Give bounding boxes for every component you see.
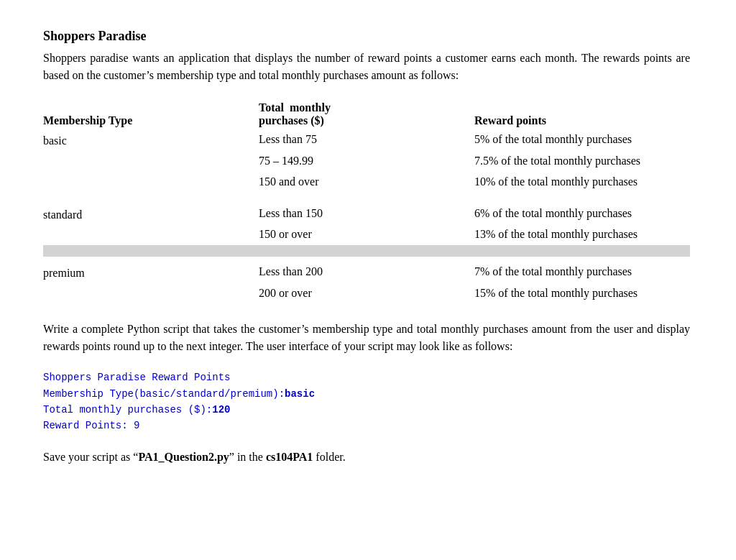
membership-standard: standard (43, 203, 259, 245)
purchase-range: 150 or over (259, 224, 474, 245)
reward-value: 6% of the total monthly purchases (474, 203, 690, 224)
code-input-purchases: 120 (212, 404, 230, 416)
reward-value: 10% of the total monthly purchases (474, 171, 690, 193)
save-folder: cs104PA1 (266, 451, 313, 463)
col-header-rewards: Reward points (474, 101, 690, 129)
page-title: Shoppers Paradise (43, 29, 690, 44)
page-content: Shoppers Paradise Shoppers paradise want… (43, 29, 690, 466)
code-line-4: Reward Points: 9 (43, 418, 690, 433)
table-row: standard Less than 150 6% of the total m… (43, 203, 690, 224)
col-header-membership: Membership Type (43, 101, 259, 129)
reward-value: 13% of the total monthly purchases (474, 224, 690, 245)
spacer-row (43, 193, 690, 203)
reward-table: Membership Type Total monthlypurchases (… (43, 101, 690, 303)
highlight-row (43, 245, 690, 257)
col-header-purchases: Total monthlypurchases ($) (259, 101, 474, 129)
save-filename: PA1_Question2.py (138, 451, 229, 463)
code-line-3: Total monthly purchases ($):120 (43, 402, 690, 418)
membership-premium: premium (43, 261, 259, 303)
intro-paragraph: Shoppers paradise wants an application t… (43, 50, 690, 84)
purchase-range: 200 or over (259, 283, 474, 304)
code-line-2: Membership Type(basic/standard/premium):… (43, 386, 690, 402)
table-row: basic Less than 75 5% of the total month… (43, 129, 690, 150)
table-row: premium Less than 200 7% of the total mo… (43, 261, 690, 283)
save-paragraph: Save your script as “PA1_Question2.py” i… (43, 449, 690, 466)
purchase-range: 150 and over (259, 171, 474, 193)
purchase-range: Less than 150 (259, 203, 474, 224)
reward-value: 7.5% of the total monthly purchases (474, 150, 690, 172)
purchase-range: 75 – 149.99 (259, 150, 474, 172)
reward-value: 5% of the total monthly purchases (474, 129, 690, 150)
membership-basic: basic (43, 129, 259, 193)
bottom-paragraph: Write a complete Python script that take… (43, 321, 690, 355)
reward-value: 15% of the total monthly purchases (474, 283, 690, 304)
reward-table-section: Membership Type Total monthlypurchases (… (43, 101, 690, 303)
purchase-range: Less than 200 (259, 261, 474, 283)
code-block: Shoppers Paradise Reward Points Membersh… (43, 369, 690, 434)
code-input-membership: basic (285, 388, 315, 400)
code-line-1: Shoppers Paradise Reward Points (43, 369, 690, 385)
purchase-range: Less than 75 (259, 129, 474, 150)
reward-value: 7% of the total monthly purchases (474, 261, 690, 283)
